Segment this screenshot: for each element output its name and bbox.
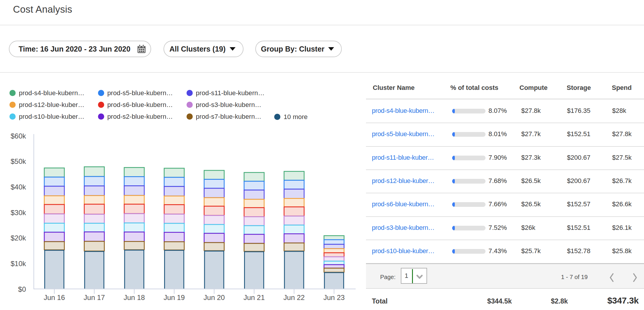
svg-text:$30k: $30k <box>11 209 26 217</box>
svg-text:Jun 17: Jun 17 <box>84 293 105 301</box>
svg-text:Jun 20: Jun 20 <box>204 293 225 301</box>
svg-text:$60k: $60k <box>11 132 26 140</box>
svg-text:Jun 21: Jun 21 <box>243 293 265 301</box>
svg-text:$50k: $50k <box>11 157 26 165</box>
svg-text:Jun 16: Jun 16 <box>44 293 65 301</box>
svg-text:Jun 19: Jun 19 <box>164 293 185 301</box>
svg-text:$40k: $40k <box>11 183 26 191</box>
svg-text:$0: $0 <box>18 285 26 293</box>
svg-text:Jun 18: Jun 18 <box>124 293 145 301</box>
svg-text:Jun 23: Jun 23 <box>323 293 345 301</box>
svg-text:$20k: $20k <box>11 234 26 242</box>
svg-text:Jun 22: Jun 22 <box>283 293 305 301</box>
svg-text:$10k: $10k <box>11 260 26 268</box>
